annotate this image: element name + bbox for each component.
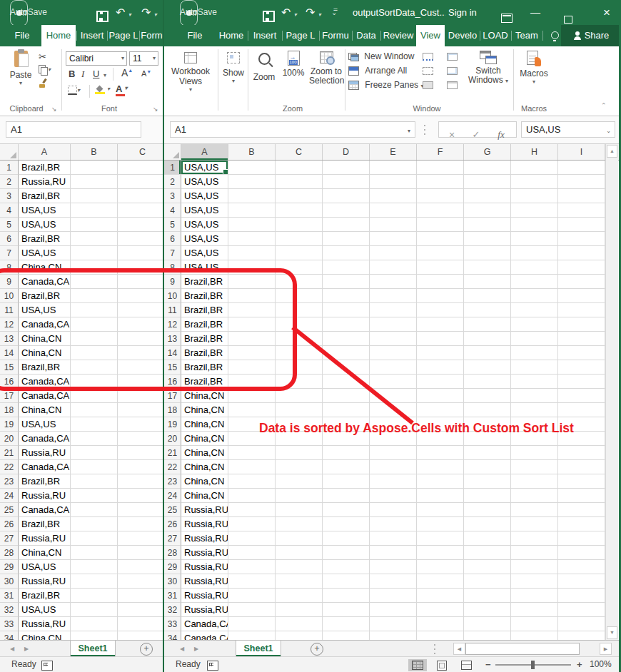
- row-header-3[interactable]: 3: [0, 189, 19, 203]
- cell-H1[interactable]: [511, 161, 558, 175]
- tab-view[interactable]: View: [416, 25, 445, 46]
- cell-D12[interactable]: [323, 317, 370, 332]
- cell-A18[interactable]: China,CN: [181, 403, 228, 417]
- row-header-10[interactable]: 10: [164, 289, 181, 303]
- insert-function-icon[interactable]: fx: [493, 127, 509, 143]
- cell-F30[interactable]: [417, 574, 464, 589]
- macros-button[interactable]: Macros ▾: [517, 51, 551, 85]
- cell-F27[interactable]: [417, 531, 464, 546]
- cell-G6[interactable]: [464, 232, 511, 246]
- cell-I8[interactable]: [558, 260, 605, 275]
- cell-A3[interactable]: USA,US: [181, 189, 228, 203]
- page-layout-view-button[interactable]: [433, 659, 451, 671]
- freeze-panes-button[interactable]: Freeze Panes ▾: [348, 80, 423, 90]
- cell-A24[interactable]: Russia,RU: [19, 489, 71, 503]
- column-header-E[interactable]: E: [370, 144, 417, 160]
- cell-B10[interactable]: [71, 289, 118, 303]
- row-header-16[interactable]: 16: [0, 375, 19, 389]
- row-header-34[interactable]: 34: [164, 631, 181, 640]
- cell-I33[interactable]: [558, 617, 605, 631]
- cell-A21[interactable]: Russia,RU: [19, 446, 71, 460]
- cell-H31[interactable]: [511, 589, 558, 603]
- cell-B34[interactable]: [71, 631, 118, 640]
- cell-H14[interactable]: [511, 346, 558, 360]
- row-header-27[interactable]: 27: [164, 531, 181, 546]
- cell-C25[interactable]: [276, 503, 323, 517]
- row-header-33[interactable]: 33: [0, 617, 19, 631]
- cell-A11[interactable]: Brazil,BR: [181, 303, 228, 317]
- cell-B16[interactable]: [228, 375, 276, 389]
- cell-H25[interactable]: [511, 503, 558, 517]
- row-header-29[interactable]: 29: [0, 560, 19, 574]
- fill-color-button[interactable]: ▾: [95, 85, 108, 95]
- cell-G21[interactable]: [464, 446, 511, 460]
- row-header-24[interactable]: 24: [0, 489, 19, 503]
- cell-B32[interactable]: [71, 603, 118, 617]
- row-header-15[interactable]: 15: [0, 360, 19, 375]
- cell-C2[interactable]: [118, 175, 163, 189]
- cell-F34[interactable]: [417, 631, 464, 640]
- cell-G25[interactable]: [464, 503, 511, 517]
- cell-C7[interactable]: [276, 246, 323, 260]
- cell-D10[interactable]: [323, 289, 370, 303]
- cut-button[interactable]: ✂: [39, 51, 46, 62]
- row-header-11[interactable]: 11: [164, 303, 181, 317]
- cell-C9[interactable]: [118, 275, 163, 289]
- cell-A13[interactable]: Brazil,BR: [181, 332, 228, 346]
- cell-B18[interactable]: [71, 403, 118, 417]
- row-header-31[interactable]: 31: [0, 589, 19, 603]
- cell-E10[interactable]: [370, 289, 417, 303]
- row-header-30[interactable]: 30: [0, 574, 19, 589]
- cell-F2[interactable]: [417, 175, 464, 189]
- row-header-25[interactable]: 25: [164, 503, 181, 517]
- cell-I27[interactable]: [558, 531, 605, 546]
- cell-G33[interactable]: [464, 617, 511, 631]
- cell-B16[interactable]: [71, 375, 118, 389]
- cell-A20[interactable]: China,CN: [181, 432, 228, 446]
- cell-C21[interactable]: [276, 446, 323, 460]
- cell-F13[interactable]: [417, 332, 464, 346]
- cell-F28[interactable]: [417, 546, 464, 560]
- cell-C32[interactable]: [118, 603, 163, 617]
- cell-F11[interactable]: [417, 303, 464, 317]
- underline-button[interactable]: U: [93, 68, 99, 79]
- cell-G12[interactable]: [464, 317, 511, 332]
- cell-H17[interactable]: [511, 389, 558, 403]
- add-sheet-button[interactable]: +: [140, 643, 153, 656]
- cell-B5[interactable]: [71, 218, 118, 232]
- cell-I7[interactable]: [558, 246, 605, 260]
- page-break-view-button[interactable]: [457, 659, 475, 671]
- sheet-tab[interactable]: Sheet1: [70, 641, 116, 656]
- cell-G1[interactable]: [464, 161, 511, 175]
- cell-C31[interactable]: [276, 589, 323, 603]
- redo-button[interactable]: ↷ ▾: [306, 0, 321, 25]
- cell-I9[interactable]: [558, 275, 605, 289]
- ribbon-display-options-button[interactable]: [501, 0, 513, 25]
- cell-C11[interactable]: [118, 303, 163, 317]
- cell-B1[interactable]: [71, 161, 118, 175]
- cell-G17[interactable]: [464, 389, 511, 403]
- cell-E16[interactable]: [370, 375, 417, 389]
- cell-C19[interactable]: [118, 417, 163, 432]
- bold-button[interactable]: B: [69, 68, 75, 79]
- cell-A31[interactable]: Russia,RU: [181, 589, 228, 603]
- cell-I2[interactable]: [558, 175, 605, 189]
- grow-font-button[interactable]: A▲: [121, 67, 133, 78]
- cell-C26[interactable]: [276, 517, 323, 531]
- column-header-H[interactable]: H: [511, 144, 558, 160]
- cell-C24[interactable]: [276, 489, 323, 503]
- cell-F15[interactable]: [417, 360, 464, 375]
- cell-B17[interactable]: [71, 389, 118, 403]
- cell-A26[interactable]: Russia,RU: [181, 517, 228, 531]
- switch-windows-button[interactable]: Switch Windows ▾: [467, 51, 510, 86]
- cell-H34[interactable]: [511, 631, 558, 640]
- cell-D27[interactable]: [323, 531, 370, 546]
- cell-H21[interactable]: [511, 446, 558, 460]
- cell-H9[interactable]: [511, 275, 558, 289]
- hscroll-thumb[interactable]: [465, 643, 580, 655]
- cell-I30[interactable]: [558, 574, 605, 589]
- row-header-22[interactable]: 22: [0, 460, 19, 474]
- cancel-icon[interactable]: ×: [445, 127, 459, 143]
- cell-I6[interactable]: [558, 232, 605, 246]
- cell-H26[interactable]: [511, 517, 558, 531]
